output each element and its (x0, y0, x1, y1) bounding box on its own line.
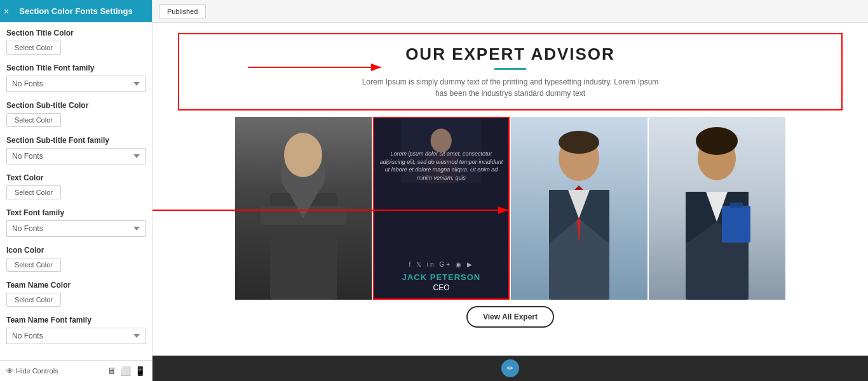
ceo-name: JACK PETERSON (374, 272, 508, 282)
font-select-team-name[interactable]: No Fonts Arial Verdana Georgia (6, 328, 146, 344)
top-bar: Published (153, 0, 868, 23)
ceo-role: CEO (374, 283, 508, 292)
section-title-underline (494, 68, 526, 70)
person-silhouette-1 (235, 117, 372, 300)
ceo-description: Lorem ipsum dolor sit amet, consectetur … (379, 150, 503, 182)
social-icon-gplus: G+ (439, 261, 455, 268)
settings-group-section-subtitle-font: Section Sub-title Font family No Fonts A… (6, 136, 146, 164)
canvas-area: OUR EXPERT ADVISOR Lorem Ipsum is simply… (153, 23, 868, 356)
hide-controls-button[interactable]: 👁 Hide Controls (6, 367, 58, 375)
select-color-icon[interactable]: Select Color (6, 258, 61, 272)
label-section-subtitle-font: Section Sub-title Font family (6, 136, 146, 145)
label-text-color: Text Color (6, 173, 146, 182)
section-title: OUR EXPERT ADVISOR (192, 44, 829, 64)
desktop-icon[interactable]: 🖥 (107, 366, 116, 376)
label-team-name-color: Team Name Color (6, 281, 146, 290)
select-color-team-name[interactable]: Select Color (6, 293, 61, 307)
bottom-edit-icon[interactable]: ✏ (501, 359, 519, 377)
mobile-icon[interactable]: 📱 (135, 366, 146, 376)
font-select-section-subtitle[interactable]: No Fonts Arial Verdana Georgia (6, 148, 146, 164)
select-color-section-subtitle[interactable]: Select Color (6, 113, 61, 127)
team-card-4 (649, 117, 785, 300)
svg-rect-23 (722, 206, 750, 243)
team-card-3 (511, 117, 648, 300)
svg-point-12 (559, 131, 599, 154)
label-section-title-color: Section Title Color (6, 29, 146, 37)
select-color-text[interactable]: Select Color (6, 185, 61, 199)
tablet-icon[interactable]: ⬜ (120, 366, 131, 376)
device-icons-group: 🖥 ⬜ 📱 (107, 366, 146, 376)
font-select-section-title[interactable]: No Fonts Arial Verdana Georgia (6, 76, 146, 92)
svg-point-4 (284, 133, 322, 177)
view-all-expert-button[interactable]: View All Expert (466, 306, 554, 328)
settings-group-section-title-font: Section Title Font family No Fonts Arial… (6, 64, 146, 92)
sidebar-bottom-bar: 👁 Hide Controls 🖥 ⬜ 📱 (0, 360, 152, 381)
sidebar-header-label: Section Color Fonts Settings (19, 6, 132, 16)
view-all-area: View All Expert (153, 306, 868, 328)
social-icon-instagram: ◉ (456, 261, 467, 268)
sidebar-header: × Section Color Fonts Settings (0, 0, 152, 22)
team-card-1 (235, 117, 372, 300)
person-silhouette-4 (649, 117, 785, 300)
label-icon-color: Icon Color (6, 246, 146, 255)
main-content: Published ✏ OUR EXPERT ADVISOR Lorem Ips… (153, 0, 868, 381)
sidebar-scroll-area: Section Title Color Select Color Section… (0, 22, 152, 381)
settings-group-team-name-font: Team Name Font family No Fonts Arial Ver… (6, 316, 146, 344)
social-icon-twitter: 𝕏 (416, 261, 427, 268)
svg-point-20 (696, 127, 738, 155)
settings-group-section-title-color: Section Title Color Select Color (6, 29, 146, 55)
label-section-title-font: Section Title Font family (6, 64, 146, 72)
ceo-social-icons: f 𝕏 in G+ ◉ ▶ (374, 261, 508, 268)
label-section-subtitle-color: Section Sub-title Color (6, 101, 146, 110)
section-header-box: OUR EXPERT ADVISOR Lorem Ipsum is simply… (178, 33, 843, 110)
hide-controls-label: Hide Controls (16, 367, 58, 375)
social-icon-linkedin: in (427, 261, 440, 268)
settings-group-text-color: Text Color Select Color (6, 173, 146, 199)
person-silhouette-3 (511, 117, 648, 300)
section-subtitle: Lorem Ipsum is simply dummy text of the … (358, 76, 663, 99)
font-select-text[interactable]: No Fonts Arial Verdana Georgia (6, 220, 146, 237)
settings-group-icon-color: Icon Color Select Color (6, 246, 146, 272)
svg-rect-24 (730, 203, 743, 208)
team-members-row: Lorem ipsum dolor sit amet, consectetur … (165, 117, 855, 301)
team-card-ceo: Lorem ipsum dolor sit amet, consectetur … (373, 117, 510, 300)
eye-icon: 👁 (6, 367, 13, 375)
svg-point-8 (431, 129, 452, 153)
settings-group-text-font: Text Font family No Fonts Arial Verdana … (6, 208, 146, 237)
label-text-font: Text Font family (6, 208, 146, 217)
bottom-bar: ✏ (153, 356, 868, 381)
publish-button[interactable]: Published (159, 4, 206, 18)
social-icon-facebook: f (409, 261, 416, 268)
label-team-name-font: Team Name Font family (6, 316, 146, 324)
select-color-section-title[interactable]: Select Color (6, 41, 61, 55)
sidebar-close-button[interactable]: × (4, 6, 9, 17)
sidebar: × Section Color Fonts Settings Section T… (0, 0, 153, 381)
app-container: × Section Color Fonts Settings Section T… (0, 0, 868, 381)
social-icon-youtube: ▶ (467, 261, 474, 268)
settings-group-section-subtitle-color: Section Sub-title Color Select Color (6, 101, 146, 127)
settings-group-team-name-color: Team Name Color Select Color (6, 281, 146, 307)
